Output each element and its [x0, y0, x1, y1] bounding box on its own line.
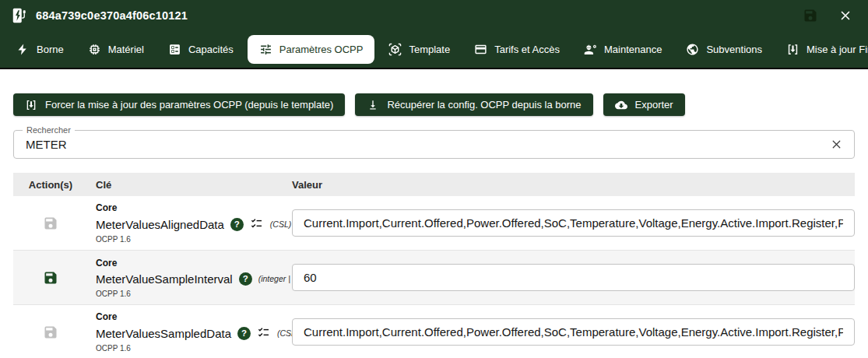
key-cell: Core MeterValueSampleInterval ? (integer…	[88, 258, 292, 298]
tab-label: Tarifs et Accès	[494, 44, 560, 55]
save-icon	[803, 8, 818, 23]
actions-cell	[13, 325, 88, 340]
help-icon[interactable]: ?	[239, 272, 252, 286]
system-update-icon	[786, 43, 799, 56]
tab-borne[interactable]: Borne	[6, 37, 74, 62]
ev-charger-icon	[11, 7, 28, 24]
checklist-icon[interactable]	[250, 217, 264, 231]
value-cell	[292, 264, 855, 291]
download-icon	[367, 99, 379, 111]
close-icon[interactable]	[838, 9, 852, 23]
table-row: Core MeterValuesSampledData ? (CSL) OCPP…	[13, 305, 855, 358]
key-cell: Core MeterValuesAlignedData ? (CSL) OCPP…	[88, 202, 292, 244]
tab-maintenance[interactable]: Maintenance	[574, 37, 672, 62]
app-header: 684a739c0e370a4f06c10121	[0, 0, 868, 31]
table-header: Action(s) Clé Valeur	[13, 173, 855, 196]
column-header-value: Valeur	[292, 179, 855, 191]
key-name: MeterValuesSampledData	[96, 327, 231, 340]
tab-label: Capacités	[188, 44, 234, 55]
sliders-icon	[259, 43, 272, 56]
key-name: MeterValuesAlignedData	[96, 218, 224, 231]
cloud-download-icon	[615, 99, 627, 111]
key-category: Core	[96, 311, 292, 322]
value-input[interactable]	[292, 318, 855, 346]
clear-search-icon[interactable]	[819, 138, 854, 151]
tab-bar: Borne Matériel Capacités Paramètres OCPP…	[0, 31, 868, 69]
table-row: Core MeterValuesAlignedData ? (CSL) OCPP…	[13, 196, 855, 251]
checklist-icon[interactable]	[257, 326, 271, 340]
protocol-label: OCPP 1.6	[96, 235, 292, 244]
system-update-icon	[25, 99, 37, 111]
lightning-icon	[16, 43, 30, 56]
actions-cell	[13, 216, 88, 231]
table-row: Core MeterValueSampleInterval ? (integer…	[13, 251, 855, 305]
search-input[interactable]	[14, 131, 819, 158]
chip-icon	[88, 43, 101, 56]
ballot-icon	[168, 43, 181, 56]
tab-mise-a-jour-firmware[interactable]: Mise à jour Firmware	[776, 37, 868, 62]
tab-label: Subventions	[706, 44, 762, 55]
column-header-key: Clé	[88, 179, 292, 191]
tab-capacites[interactable]: Capacités	[158, 37, 244, 62]
force-update-ocpp-button[interactable]: Forcer la mise à jour des paramètres OCP…	[13, 93, 345, 116]
protocol-label: OCPP 1.6	[96, 344, 292, 353]
tab-label: Matériel	[108, 44, 144, 55]
tab-label: Borne	[37, 44, 64, 55]
key-category: Core	[96, 258, 292, 268]
ocpp-parameters-table: Action(s) Clé Valeur Core MeterValuesAli…	[13, 173, 855, 358]
tab-materiel[interactable]: Matériel	[78, 37, 154, 62]
tab-template[interactable]: Template	[378, 37, 460, 62]
search-field: Rechercher	[13, 130, 855, 159]
tab-label: Mise à jour Firmware	[807, 44, 868, 55]
save-row-icon[interactable]	[43, 270, 58, 286]
globe-icon	[686, 43, 699, 56]
tab-subventions[interactable]: Subventions	[676, 37, 772, 62]
search-field-label: Rechercher	[23, 125, 75, 135]
tab-tarifs-et-acces[interactable]: Tarifs et Accès	[464, 37, 570, 62]
save-row-icon	[43, 216, 58, 231]
engineer-icon	[584, 43, 597, 56]
value-cell	[292, 318, 855, 346]
export-button[interactable]: Exporter	[603, 93, 685, 116]
button-label: Forcer la mise à jour des paramètres OCP…	[45, 99, 333, 111]
value-input[interactable]	[292, 209, 855, 237]
toolbar: Forcer la mise à jour des paramètres OCP…	[13, 93, 855, 116]
help-icon[interactable]: ?	[230, 218, 244, 231]
key-category: Core	[96, 202, 292, 213]
cube-ar-icon	[388, 43, 402, 56]
key-cell: Core MeterValuesSampledData ? (CSL) OCPP…	[88, 311, 292, 353]
button-label: Exporter	[635, 99, 673, 111]
protocol-label: OCPP 1.6	[96, 290, 292, 298]
tab-parametres-ocpp[interactable]: Paramètres OCPP	[248, 35, 375, 64]
tab-label: Template	[409, 44, 450, 55]
save-row-icon	[43, 325, 58, 340]
column-header-actions: Action(s)	[13, 179, 88, 191]
credit-card-icon	[474, 43, 487, 56]
help-icon[interactable]: ?	[237, 327, 251, 340]
button-label: Récupérer la config. OCPP depuis la born…	[387, 99, 581, 111]
value-cell	[292, 209, 855, 237]
fetch-config-button[interactable]: Récupérer la config. OCPP depuis la born…	[355, 93, 592, 116]
tab-label: Paramètres OCPP	[279, 44, 364, 55]
ocpp-parameters-panel: Forcer la mise à jour des paramètres OCP…	[0, 93, 868, 358]
key-name: MeterValueSampleInterval	[96, 272, 233, 286]
type-hint: (CSL)	[270, 219, 291, 229]
page-title: 684a739c0e370a4f06c10121	[36, 9, 188, 22]
tab-label: Maintenance	[604, 44, 662, 55]
actions-cell	[13, 270, 88, 286]
value-input[interactable]	[292, 264, 855, 291]
